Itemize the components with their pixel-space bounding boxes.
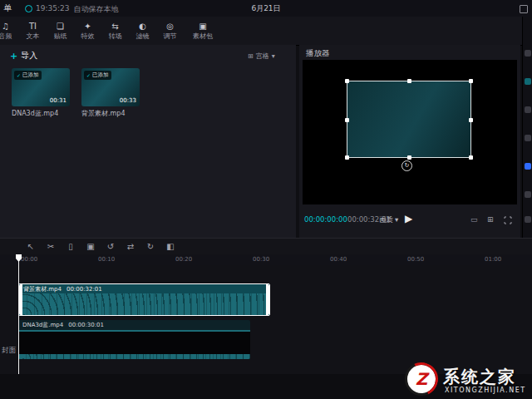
trim-handle-left[interactable] <box>19 284 22 315</box>
ruler-tick: 01:00 <box>485 256 501 263</box>
handle-bl[interactable] <box>345 155 349 160</box>
ribbon-tabs: ♫ 音频 TI 文本 ❏ 贴纸 ✦ 特效 ⇆ 转场 ◐ 滤镜 ◎ 调节 ▣ 素材… <box>0 17 222 44</box>
timeline-ruler[interactable]: 00:00 00:10 00:20 00:30 00:40 00:50 01:0… <box>0 254 532 266</box>
added-badge: ✓ 已添加 <box>14 71 42 80</box>
chevron-down-icon: ▾ <box>272 52 275 60</box>
adjust-icon: ◎ <box>166 22 174 31</box>
autosave-status: 19:35:23 自动保存本地 <box>36 4 118 15</box>
clip-duration: 00:31 <box>50 97 66 104</box>
tab-adjust[interactable]: ◎ 调节 <box>156 17 184 44</box>
mirror-tool-icon[interactable]: ⇄ <box>125 240 136 253</box>
playhead-line[interactable] <box>18 254 19 374</box>
right-sidebar <box>522 17 532 238</box>
window-icon[interactable] <box>520 5 528 13</box>
player-title: 播放器 <box>306 48 330 59</box>
autosave-clock-icon <box>25 5 32 12</box>
chevron-down-icon: ▾ <box>395 215 398 225</box>
quality-dropdown[interactable]: 画质 ▾ <box>379 215 398 225</box>
rotate-handle-icon[interactable]: ↻ <box>401 160 412 171</box>
layout-icon[interactable]: ⊞ <box>487 215 494 224</box>
added-badge: ✓ 已添加 <box>84 71 111 80</box>
grid-view-icon: ⊞ <box>248 52 254 60</box>
sidebar-item-icon[interactable] <box>525 135 531 141</box>
tab-audio[interactable]: ♫ 音频 <box>0 17 19 44</box>
clip-duration: 00:33 <box>120 97 136 104</box>
clip-filename: 背景素材.mp4 <box>81 109 126 118</box>
audio-icon: ♫ <box>2 22 9 31</box>
sticker-icon: ❏ <box>57 22 64 31</box>
handle-t[interactable] <box>407 79 411 83</box>
handle-tr[interactable] <box>469 79 473 83</box>
timeline-clip-selected[interactable]: 背景素材.mp4 00:00:32:01 <box>18 283 270 316</box>
timeline-clip[interactable]: DNA3d蓝.mp4 00:00:30:01 <box>18 320 250 359</box>
watermark-site-name: 系统之家 <box>443 366 516 388</box>
import-button[interactable]: + 导入 <box>10 50 37 62</box>
filter-icon: ◐ <box>139 22 146 31</box>
trim-handle-right[interactable] <box>266 284 269 315</box>
crop-tool-icon[interactable]: ◧ <box>165 240 176 253</box>
timeline-tools: ↖ ✂ ▯ ▣ ↺ ⇄ ↻ ◧ <box>25 240 176 253</box>
clip-waveform <box>19 293 269 315</box>
handle-l[interactable] <box>345 118 349 122</box>
handle-tl[interactable] <box>345 79 349 83</box>
sidebar-item-icon[interactable] <box>525 78 531 85</box>
clip-label: 背景素材.mp4 00:00:32:01 <box>19 284 269 293</box>
check-icon: ✓ <box>17 72 21 78</box>
tab-sticker[interactable]: ❏ 贴纸 <box>47 17 74 44</box>
menu-button[interactable]: 单 <box>3 2 12 14</box>
play-button[interactable]: ▶ <box>405 213 412 224</box>
transition-icon: ⇆ <box>111 22 118 31</box>
selected-video-overlay[interactable] <box>347 81 471 158</box>
view-mode-dropdown[interactable]: ⊞ 宫格 ▾ <box>248 52 275 61</box>
player-panel: 播放器 ↻ 00:00:00:00 00:00:32:01 画质 ▾ ▶ ▭ <box>299 45 520 238</box>
ruler-tick: 00:30 <box>253 256 269 263</box>
tab-text[interactable]: TI 文本 <box>19 17 47 44</box>
rotate-tool-icon[interactable]: ↻ <box>145 240 156 253</box>
media-panel: + 导入 ⊞ 宫格 ▾ ✓ 已添加 00:31 ✓ 已添加 00:33 DNA3… <box>0 45 296 238</box>
sidebar-item-active-icon[interactable] <box>525 163 531 170</box>
plus-icon: + <box>10 51 17 62</box>
video-editor-app: 单 19:35:23 自动保存本地 6月21日 ♫ 音频 TI 文本 ❏ 贴纸 … <box>0 0 532 399</box>
ratio-icon[interactable]: ▭ <box>470 215 478 224</box>
tab-material-pack[interactable]: ▣ 素材包 <box>184 17 222 44</box>
material-pack-icon: ▣ <box>199 22 206 31</box>
delete-tool-icon[interactable]: ▯ <box>65 240 76 253</box>
clip-label: DNA3d蓝.mp4 00:00:30:01 <box>18 320 250 330</box>
project-date: 6月21日 <box>241 3 291 14</box>
sidebar-item-icon[interactable] <box>525 191 531 198</box>
tab-filter[interactable]: ◐ 滤镜 <box>129 17 156 44</box>
sidebar-item-icon[interactable] <box>525 216 531 223</box>
media-clip-card[interactable]: ✓ 已添加 00:33 <box>81 68 140 106</box>
sidebar-item-icon[interactable] <box>525 50 531 57</box>
timeline-tracks: 背景素材.mp4 00:00:32:01 DNA3d蓝.mp4 00:00:30… <box>0 265 532 374</box>
clip-waveform <box>18 354 250 359</box>
ruler-tick: 00:20 <box>175 256 192 263</box>
clip-filename: DNA3d蓝.mp4 <box>12 109 58 118</box>
preview-viewport[interactable]: ↻ <box>303 60 517 204</box>
check-icon: ✓ <box>86 72 91 78</box>
ruler-tick: 00:50 <box>407 256 424 263</box>
tab-transition[interactable]: ⇆ 转场 <box>101 17 129 44</box>
media-clip-card[interactable]: ✓ 已添加 00:31 <box>12 68 70 106</box>
text-icon: TI <box>29 22 37 31</box>
autosave-label: 自动保存本地 <box>73 4 118 15</box>
sidebar-item-icon[interactable] <box>525 106 531 113</box>
handle-r[interactable] <box>469 118 473 122</box>
ruler-tick: 00:40 <box>330 256 347 263</box>
select-tool-icon[interactable]: ↖ <box>25 240 37 253</box>
handle-br[interactable] <box>469 155 473 160</box>
timeline-toolbar: ↖ ✂ ▯ ▣ ↺ ⇄ ↻ ◧ <box>0 238 532 255</box>
fullscreen-icon[interactable] <box>504 216 512 226</box>
tab-effects[interactable]: ✦ 特效 <box>74 17 101 44</box>
current-timecode: 00:00:00:00 <box>304 215 347 224</box>
clip-filmstrip <box>18 332 250 354</box>
handle-b[interactable] <box>407 155 411 160</box>
freeze-tool-icon[interactable]: ▣ <box>85 240 96 253</box>
autosave-time: 19:35:23 <box>36 4 69 15</box>
cover-button[interactable]: 封面 <box>2 346 16 356</box>
reverse-tool-icon[interactable]: ↺ <box>105 240 116 253</box>
split-tool-icon[interactable]: ✂ <box>45 240 57 253</box>
watermark-site-url: XITONGZHIJIA.NET <box>445 387 526 394</box>
ruler-tick: 00:10 <box>98 256 115 263</box>
player-controls: 00:00:00:00 00:00:32:01 画质 ▾ ▶ ▭ ⊞ <box>299 209 520 231</box>
